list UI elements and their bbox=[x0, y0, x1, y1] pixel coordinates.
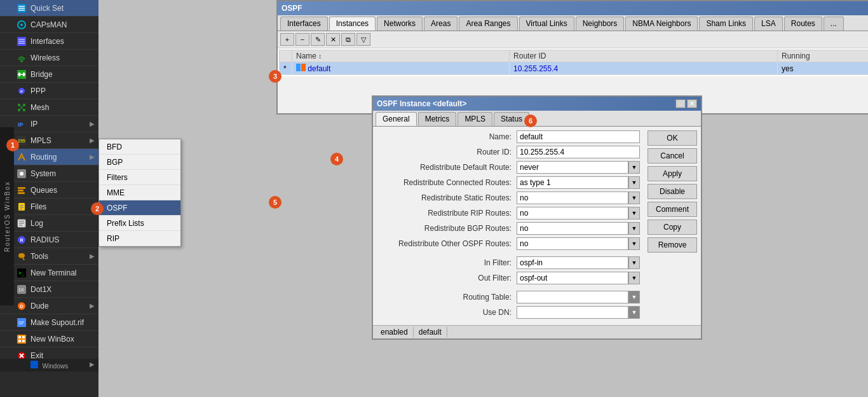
submenu-item-prefix-lists[interactable]: Prefix Lists bbox=[99, 216, 180, 231]
sidebar-item-dot1x[interactable]: 1X Dot1X bbox=[0, 281, 98, 298]
ip-icon: IP bbox=[17, 119, 27, 129]
routing-table-input[interactable] bbox=[517, 291, 628, 303]
submenu-item-filters[interactable]: Filters bbox=[99, 170, 180, 185]
sidebar-item-dude[interactable]: D Dude ▶ bbox=[0, 298, 98, 314]
sidebar-item-log[interactable]: Log bbox=[0, 215, 98, 232]
sidebar-item-label: Files bbox=[31, 202, 46, 211]
submenu-item-rip[interactable]: RIP bbox=[99, 231, 180, 246]
tab-mpls[interactable]: MPLS bbox=[458, 112, 492, 126]
in-filter-input[interactable] bbox=[517, 256, 628, 269]
redist-bgp-input[interactable] bbox=[517, 222, 628, 235]
redist-rip-dropdown[interactable]: ▼ bbox=[628, 207, 640, 219]
sidebar-item-ppp[interactable]: P PPP bbox=[0, 83, 98, 99]
in-filter-dropdown[interactable]: ▼ bbox=[628, 256, 640, 269]
svg-text:SF: SF bbox=[18, 321, 24, 325]
col-flag bbox=[280, 50, 292, 62]
delete-button[interactable]: ✕ bbox=[326, 33, 340, 46]
comment-button[interactable]: Comment bbox=[648, 202, 697, 217]
tab-sham-links[interactable]: Sham Links bbox=[699, 17, 753, 31]
tab-metrics[interactable]: Metrics bbox=[418, 112, 457, 126]
sidebar-item-system[interactable]: System bbox=[0, 165, 98, 182]
submenu-item-ospf[interactable]: OSPF bbox=[99, 200, 180, 216]
windows-icon bbox=[31, 363, 41, 370]
sidebar-item-mesh[interactable]: Mesh bbox=[0, 99, 98, 116]
instance-restore-button[interactable]: □ bbox=[675, 99, 686, 108]
sidebar-item-label: New WinBox bbox=[31, 335, 74, 344]
sidebar-item-radius[interactable]: R RADIUS bbox=[0, 232, 98, 248]
redist-connected-input[interactable] bbox=[517, 176, 628, 189]
redist-connected-dropdown[interactable]: ▼ bbox=[628, 176, 640, 189]
sidebar-item-quickset[interactable]: Quick Set bbox=[0, 0, 98, 17]
tab-interfaces[interactable]: Interfaces bbox=[280, 17, 328, 31]
mesh-icon bbox=[17, 102, 27, 113]
sidebar-item-ip[interactable]: IP IP ▶ bbox=[0, 116, 98, 132]
submenu-item-mme[interactable]: MME bbox=[99, 185, 180, 200]
out-filter-dropdown[interactable]: ▼ bbox=[628, 272, 640, 284]
copy-button[interactable]: Copy bbox=[648, 219, 697, 235]
sidebar-item-new-winbox[interactable]: New WinBox bbox=[0, 331, 98, 347]
redist-static-input[interactable] bbox=[517, 192, 628, 204]
redist-other-dropdown[interactable]: ▼ bbox=[628, 237, 640, 250]
disable-button[interactable]: Disable bbox=[648, 184, 697, 199]
redist-other-input[interactable] bbox=[517, 237, 628, 250]
windows-item[interactable]: Windows ▶ bbox=[0, 359, 98, 372]
ok-button[interactable]: OK bbox=[648, 130, 697, 146]
supout-icon: SF bbox=[17, 317, 27, 328]
remove-button-instance[interactable]: Remove bbox=[648, 237, 697, 253]
cancel-button[interactable]: Cancel bbox=[648, 148, 697, 164]
tab-neighbors[interactable]: Neighbors bbox=[576, 17, 625, 31]
sidebar-item-files[interactable]: Files bbox=[0, 198, 98, 215]
col-running: Running bbox=[777, 50, 868, 62]
sidebar-item-tools[interactable]: Tools ▶ bbox=[0, 248, 98, 265]
submenu-item-bgp[interactable]: BGP bbox=[99, 155, 180, 170]
status-enabled: enabled bbox=[376, 327, 414, 337]
use-dn-label: Use DN: bbox=[377, 308, 517, 317]
row-name: default bbox=[292, 62, 510, 75]
sidebar-item-routing[interactable]: Routing ▶ bbox=[0, 149, 98, 165]
tab-more[interactable]: ... bbox=[824, 17, 844, 31]
redist-default-wrapper: ▼ bbox=[517, 161, 640, 174]
sidebar-item-make-supout[interactable]: SF Make Supout.rif bbox=[0, 314, 98, 331]
apply-button[interactable]: Apply bbox=[648, 166, 697, 181]
tab-areas[interactable]: Areas bbox=[424, 17, 458, 31]
submenu-item-bfd[interactable]: BFD bbox=[99, 139, 180, 155]
edit-button[interactable]: ✎ bbox=[311, 33, 325, 46]
tab-lsa[interactable]: LSA bbox=[754, 17, 783, 31]
table-row[interactable]: * default 10.255.255.4 yes bbox=[280, 62, 869, 75]
ip-arrow: ▶ bbox=[90, 120, 95, 127]
instance-link[interactable]: default bbox=[308, 64, 330, 73]
tab-virtual-links[interactable]: Virtual Links bbox=[519, 17, 574, 31]
out-filter-label: Out Filter: bbox=[377, 274, 517, 282]
name-input[interactable] bbox=[517, 130, 640, 143]
redist-static-dropdown[interactable]: ▼ bbox=[628, 192, 640, 204]
sidebar-item-label: RADIUS bbox=[31, 235, 59, 244]
tab-nbma-neighbors[interactable]: NBMA Neighbors bbox=[625, 17, 698, 31]
filter-button[interactable]: ▽ bbox=[356, 33, 370, 46]
tab-area-ranges[interactable]: Area Ranges bbox=[459, 17, 517, 31]
router-id-link[interactable]: 10.255.255.4 bbox=[513, 64, 558, 73]
routing-table-dropdown[interactable]: ▼ bbox=[628, 291, 640, 303]
copy-button-small[interactable]: ⧉ bbox=[341, 33, 355, 46]
sidebar-item-new-terminal[interactable]: >_ New Terminal bbox=[0, 265, 98, 281]
redist-default-dropdown[interactable]: ▼ bbox=[628, 161, 640, 174]
sidebar-item-interfaces[interactable]: Interfaces bbox=[0, 33, 98, 50]
redist-rip-input[interactable] bbox=[517, 207, 628, 219]
router-id-input[interactable] bbox=[517, 146, 640, 158]
tab-routes[interactable]: Routes bbox=[784, 17, 822, 31]
sidebar-item-bridge[interactable]: Bridge bbox=[0, 66, 98, 83]
tab-networks[interactable]: Networks bbox=[377, 17, 423, 31]
use-dn-input[interactable] bbox=[517, 306, 628, 319]
redist-default-input[interactable] bbox=[517, 161, 628, 174]
sidebar-item-queues[interactable]: Queues bbox=[0, 182, 98, 198]
use-dn-dropdown[interactable]: ▼ bbox=[628, 306, 640, 319]
remove-button[interactable]: − bbox=[295, 33, 309, 46]
redist-bgp-dropdown[interactable]: ▼ bbox=[628, 222, 640, 235]
instance-close-button[interactable]: ✕ bbox=[687, 99, 697, 108]
tab-general[interactable]: General bbox=[376, 112, 417, 126]
filter-icon: ▽ bbox=[361, 36, 366, 44]
add-button[interactable]: + bbox=[280, 33, 294, 46]
sidebar-item-wireless[interactable]: Wireless bbox=[0, 50, 98, 66]
sidebar-item-capsman[interactable]: CAPsMAN bbox=[0, 17, 98, 33]
out-filter-input[interactable] bbox=[517, 272, 628, 284]
tab-instances[interactable]: Instances bbox=[329, 17, 376, 31]
